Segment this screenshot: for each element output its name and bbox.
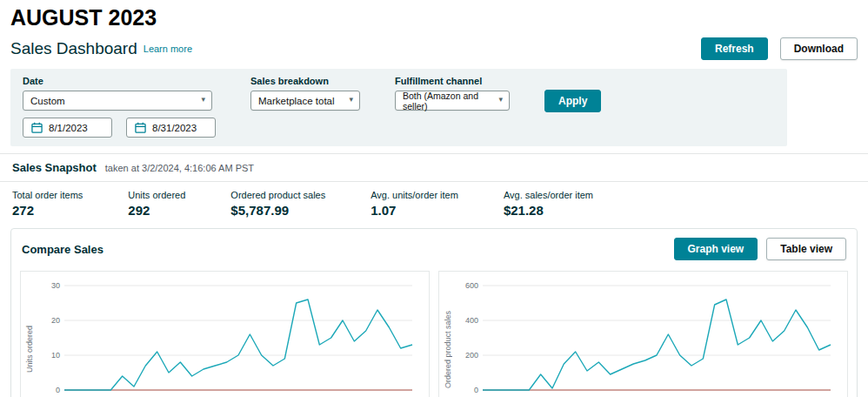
fulfillment-channel-value: Both (Amazon and seller) bbox=[403, 91, 490, 111]
y-axis-label: Units ordered bbox=[24, 279, 35, 397]
fulfillment-channel-select[interactable]: Both (Amazon and seller) ▾ bbox=[395, 91, 510, 111]
sales-breakdown-group: Sales breakdown Marketplace total ▾ bbox=[250, 76, 360, 138]
svg-text:400: 400 bbox=[465, 316, 478, 325]
sales-breakdown-label: Sales breakdown bbox=[250, 76, 360, 86]
metric-value: 1.07 bbox=[371, 203, 458, 218]
page-title: AUGUST 2023 bbox=[0, 0, 868, 30]
line-plot: 0200400600 bbox=[453, 279, 844, 397]
fulfillment-channel-label: Fulfillment channel bbox=[395, 76, 510, 86]
date-filter-group: Date Custom ▾ 8/1/2023 8/31/2023 bbox=[23, 76, 216, 138]
svg-text:10: 10 bbox=[51, 351, 60, 360]
units-ordered-chart: Units ordered 0102030 1. Aug3. Aug5. Aug… bbox=[20, 271, 430, 397]
end-date-value: 8/31/2023 bbox=[152, 123, 197, 133]
svg-text:30: 30 bbox=[51, 281, 60, 290]
metric-label: Avg. sales/order item bbox=[504, 190, 593, 200]
date-range-value: Custom bbox=[30, 96, 65, 106]
y-axis-label: Ordered product sales bbox=[443, 279, 453, 397]
metric-total-order-items: Total order items 272 bbox=[12, 190, 83, 218]
ordered-product-sales-chart: Ordered product sales 0200400600 1. Aug3… bbox=[438, 271, 848, 397]
snapshot-metrics: Total order items 272 Units ordered 292 … bbox=[0, 182, 868, 228]
end-date-field[interactable]: 8/31/2023 bbox=[126, 118, 216, 138]
sales-breakdown-value: Marketplace total bbox=[258, 96, 335, 106]
compare-sales-section: Compare Sales Graph view Table view Unit… bbox=[10, 228, 858, 397]
sales-snapshot-header: Sales Snapshot taken at 3/2/2024, 4:16:0… bbox=[0, 153, 868, 182]
dashboard-header: Sales Dashboard Learn more Refresh Downl… bbox=[0, 30, 868, 69]
compare-sales-title: Compare Sales bbox=[22, 243, 103, 256]
svg-text:0: 0 bbox=[474, 386, 478, 394]
metric-avg-units-per-order: Avg. units/order item 1.07 bbox=[371, 190, 458, 218]
calendar-icon[interactable] bbox=[135, 122, 146, 133]
table-view-button[interactable]: Table view bbox=[766, 238, 846, 260]
graph-view-button[interactable]: Graph view bbox=[674, 238, 758, 260]
chevron-down-icon: ▾ bbox=[349, 95, 353, 104]
metric-avg-sales-per-order: Avg. sales/order item $21.28 bbox=[504, 190, 593, 218]
metric-value: $21.28 bbox=[504, 203, 593, 218]
snapshot-timestamp: taken at 3/2/2024, 4:16:06 AM PST bbox=[105, 163, 254, 173]
sales-breakdown-select[interactable]: Marketplace total ▾ bbox=[250, 91, 360, 111]
fulfillment-channel-group: Fulfillment channel Both (Amazon and sel… bbox=[395, 76, 510, 138]
metric-value: 292 bbox=[128, 203, 185, 218]
metric-label: Units ordered bbox=[128, 190, 185, 200]
apply-button[interactable]: Apply bbox=[544, 90, 601, 112]
metric-label: Ordered product sales bbox=[230, 190, 325, 200]
svg-text:600: 600 bbox=[465, 281, 478, 290]
sales-snapshot-title: Sales Snapshot bbox=[12, 161, 97, 174]
chevron-down-icon: ▾ bbox=[201, 95, 205, 104]
date-range-select[interactable]: Custom ▾ bbox=[23, 91, 212, 111]
refresh-button[interactable]: Refresh bbox=[701, 37, 768, 60]
date-filter-label: Date bbox=[23, 76, 216, 86]
learn-more-link[interactable]: Learn more bbox=[144, 44, 192, 54]
metric-label: Avg. units/order item bbox=[371, 190, 458, 200]
metric-value: 272 bbox=[12, 203, 83, 218]
start-date-value: 8/1/2023 bbox=[49, 123, 88, 133]
start-date-field[interactable]: 8/1/2023 bbox=[23, 118, 112, 138]
metric-units-ordered: Units ordered 292 bbox=[128, 190, 185, 218]
apply-group: Apply bbox=[544, 76, 601, 138]
calendar-icon[interactable] bbox=[31, 122, 43, 133]
metric-value: $5,787.99 bbox=[230, 203, 325, 218]
download-button[interactable]: Download bbox=[780, 37, 858, 60]
metric-label: Total order items bbox=[12, 190, 83, 200]
dashboard-title: Sales Dashboard bbox=[10, 39, 137, 58]
metric-ordered-product-sales: Ordered product sales $5,787.99 bbox=[230, 190, 325, 218]
filter-bar: Date Custom ▾ 8/1/2023 8/31/2023 Sales b… bbox=[10, 69, 787, 146]
line-plot: 0102030 bbox=[35, 279, 425, 397]
svg-text:20: 20 bbox=[51, 316, 60, 325]
svg-text:0: 0 bbox=[56, 386, 60, 394]
svg-text:200: 200 bbox=[465, 351, 478, 360]
chevron-down-icon: ▾ bbox=[498, 95, 503, 104]
